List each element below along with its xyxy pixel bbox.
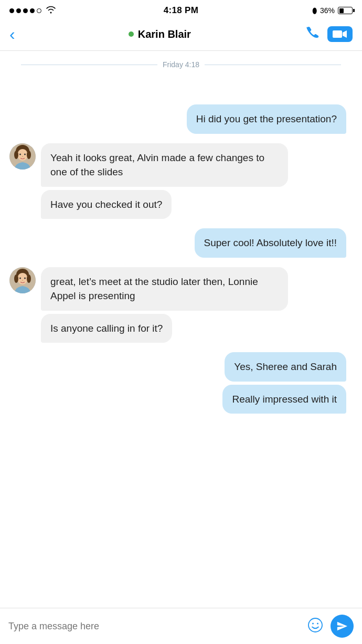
video-button[interactable] [327,26,353,42]
svg-point-6 [19,153,21,155]
message-bubble: Super cool! Absolutely love it!! [195,228,346,258]
svg-point-4 [14,151,18,159]
message-row: Yeah it looks great, Alvin made a few ch… [9,143,353,187]
message-text: Yes, Sheree and Sarah [234,361,337,372]
svg-rect-0 [333,30,342,38]
svg-point-5 [27,151,31,159]
message-row: great, let’s meet at the studio later th… [9,267,353,311]
message-text: Have you checked it out? [50,199,162,210]
message-bubble: Yeah it looks great, Alvin made a few ch… [41,143,288,187]
phone-button[interactable] [304,25,319,43]
status-time: 4:18 PM [164,5,198,16]
message-text: Hi did you get the presentation? [196,113,337,124]
avatar [9,267,36,293]
message-text: Yeah it looks great, Alvin made a few ch… [50,152,264,178]
signal-dot-5 [37,8,41,13]
svg-point-18 [312,623,314,625]
message-row: Yes, Sheree and Sarah [9,352,353,382]
bluetooth-icon: ⬮ [312,6,317,15]
message-text: great, let’s meet at the studio later th… [50,276,258,302]
input-bar [0,608,362,644]
signal-dots [9,8,41,13]
contact-name-label: Karin Blair [138,28,191,40]
message-bubble: great, let’s meet at the studio later th… [41,267,288,311]
svg-point-8 [22,156,23,157]
svg-point-14 [19,277,21,279]
battery-icon [338,7,353,14]
message-row: Hi did you get the presentation? [9,104,353,134]
back-button[interactable]: ‹ [9,26,15,43]
message-row: Really impressed with it [9,385,353,414]
separator-line-left [21,65,157,65]
svg-point-19 [317,623,318,625]
signal-area [9,5,56,16]
online-indicator [129,31,134,37]
message-text: Is anyone calling in for it? [50,323,163,334]
message-text: Really impressed with it [232,394,337,405]
date-separator: Friday 4:18 [9,51,353,78]
battery-percent: 36% [320,6,335,15]
wifi-icon [46,5,56,16]
svg-point-7 [24,153,26,155]
send-button[interactable] [331,615,354,638]
message-bubble: Is anyone calling in for it? [41,314,172,343]
svg-point-12 [14,275,18,283]
battery-fill [339,8,344,13]
svg-point-16 [22,280,23,281]
status-bar: 4:18 PM ⬮ 36% [0,0,362,20]
message-row: Is anyone calling in for it? [9,314,353,343]
emoji-button[interactable] [307,617,323,635]
messages-area: Friday 4:18 Hi did you get the presentat… [0,51,362,608]
avatar [9,143,36,170]
signal-dot-3 [23,8,28,13]
message-text: Super cool! Absolutely love it!! [204,237,337,248]
separator-date: Friday 4:18 [163,60,199,69]
top-spacer [9,78,353,104]
svg-point-13 [27,275,31,283]
signal-dot-4 [30,8,35,13]
message-row: Super cool! Absolutely love it!! [9,228,353,258]
nav-bar: ‹ Karin Blair [0,20,362,51]
nav-actions [304,25,353,43]
status-right: ⬮ 36% [312,6,353,15]
signal-dot-1 [9,8,14,13]
signal-dot-2 [16,8,21,13]
contact-info: Karin Blair [129,28,191,40]
svg-point-15 [24,277,26,279]
message-bubble: Yes, Sheree and Sarah [225,352,346,382]
message-bubble: Hi did you get the presentation? [187,104,346,134]
message-input[interactable] [8,621,300,632]
svg-point-17 [308,618,322,632]
message-bubble: Really impressed with it [222,385,346,414]
separator-line-right [205,65,341,65]
message-bubble: Have you checked it out? [41,190,172,219]
message-row: Have you checked it out? [9,190,353,219]
